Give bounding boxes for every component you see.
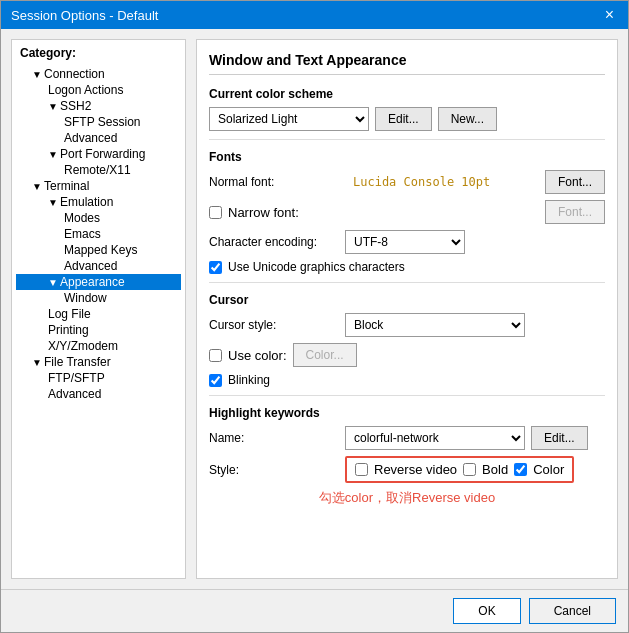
sidebar-item-appearance[interactable]: ▼Appearance (16, 274, 181, 290)
color-scheme-row: Solarized Light Edit... New... (209, 107, 605, 131)
sidebar-item-emulation[interactable]: ▼Emulation (16, 194, 181, 210)
normal-font-preview: Lucida Console 10pt (345, 173, 498, 191)
sidebar-item-logon-actions[interactable]: Logon Actions (16, 82, 181, 98)
color-scheme-label: Current color scheme (209, 87, 605, 101)
encoding-row: Character encoding: UTF-8 (209, 230, 605, 254)
category-panel: Category: ▼Connection Logon Actions ▼SSH… (11, 39, 186, 579)
cursor-style-row: Cursor style: Block (209, 313, 605, 337)
normal-font-label: Normal font: (209, 175, 339, 189)
fonts-label: Fonts (209, 150, 605, 164)
narrow-font-checkbox[interactable] (209, 206, 222, 219)
sidebar-item-port-forwarding[interactable]: ▼Port Forwarding (16, 146, 181, 162)
category-label: Category: (16, 44, 181, 62)
reverse-video-label: Reverse video (374, 462, 457, 477)
normal-font-row: Normal font: Lucida Console 10pt Font... (209, 170, 605, 194)
narrow-font-button[interactable]: Font... (545, 200, 605, 224)
sidebar-item-advanced[interactable]: Advanced (16, 130, 181, 146)
sidebar-item-emacs[interactable]: Emacs (16, 226, 181, 242)
narrow-font-row: Narrow font: Font... (209, 200, 605, 224)
color-label: Color (533, 462, 564, 477)
sidebar-item-xy-zmodem[interactable]: X/Y/Zmodem (16, 338, 181, 354)
color-scheme-edit-button[interactable]: Edit... (375, 107, 432, 131)
use-color-label: Use color: (228, 348, 287, 363)
dialog-title: Session Options - Default (11, 8, 158, 23)
highlight-name-label: Name: (209, 431, 339, 445)
color-scheme-new-button[interactable]: New... (438, 107, 497, 131)
cancel-button[interactable]: Cancel (529, 598, 616, 624)
bold-label: Bold (482, 462, 508, 477)
highlight-style-box: Reverse video Bold Color (345, 456, 574, 483)
sidebar-item-advanced2[interactable]: Advanced (16, 258, 181, 274)
sidebar-item-printing[interactable]: Printing (16, 322, 181, 338)
narrow-font-label: Narrow font: (228, 205, 299, 220)
highlight-name-row: Name: colorful-network Edit... (209, 426, 605, 450)
highlight-style-row: Style: Reverse video Bold Color (209, 456, 605, 483)
use-color-checkbox[interactable] (209, 349, 222, 362)
sidebar-item-window[interactable]: Window (16, 290, 181, 306)
highlight-name-select[interactable]: colorful-network (345, 426, 525, 450)
content-title: Window and Text Appearance (209, 52, 605, 75)
sidebar-item-terminal[interactable]: ▼Terminal (16, 178, 181, 194)
color-checkbox[interactable] (514, 463, 527, 476)
color-button[interactable]: Color... (293, 343, 357, 367)
reverse-video-checkbox[interactable] (355, 463, 368, 476)
annotation: 勾选color，取消Reverse video (209, 489, 605, 507)
dialog: Session Options - Default × Category: ▼C… (0, 0, 629, 633)
title-bar: Session Options - Default × (1, 1, 628, 29)
blinking-checkbox[interactable] (209, 374, 222, 387)
sidebar-item-sftp-session[interactable]: SFTP Session (16, 114, 181, 130)
sidebar-item-file-transfer[interactable]: ▼File Transfer (16, 354, 181, 370)
sidebar-item-mapped-keys[interactable]: Mapped Keys (16, 242, 181, 258)
sidebar-item-log-file[interactable]: Log File (16, 306, 181, 322)
sidebar-item-ftp-sftp[interactable]: FTP/SFTP (16, 370, 181, 386)
cursor-style-select[interactable]: Block (345, 313, 525, 337)
highlight-style-label: Style: (209, 463, 339, 477)
bold-checkbox[interactable] (463, 463, 476, 476)
content-panel: Window and Text Appearance Current color… (196, 39, 618, 579)
blinking-row: Blinking (209, 373, 605, 387)
dialog-body: Category: ▼Connection Logon Actions ▼SSH… (1, 29, 628, 589)
sidebar-item-connection[interactable]: ▼Connection (16, 66, 181, 82)
sidebar-item-advanced3[interactable]: Advanced (16, 386, 181, 402)
cursor-label: Cursor (209, 293, 605, 307)
blinking-label: Blinking (228, 373, 270, 387)
cursor-style-label: Cursor style: (209, 318, 339, 332)
close-button[interactable]: × (601, 7, 618, 23)
sidebar-item-remote-x11[interactable]: Remote/X11 (16, 162, 181, 178)
unicode-label: Use Unicode graphics characters (228, 260, 405, 274)
ok-button[interactable]: OK (453, 598, 520, 624)
encoding-select[interactable]: UTF-8 (345, 230, 465, 254)
unicode-checkbox[interactable] (209, 261, 222, 274)
encoding-label: Character encoding: (209, 235, 339, 249)
sidebar-item-ssh2[interactable]: ▼SSH2 (16, 98, 181, 114)
normal-font-button[interactable]: Font... (545, 170, 605, 194)
color-scheme-select[interactable]: Solarized Light (209, 107, 369, 131)
highlight-label: Highlight keywords (209, 406, 605, 420)
use-color-row: Use color: Color... (209, 343, 605, 367)
highlight-edit-button[interactable]: Edit... (531, 426, 588, 450)
dialog-footer: OK Cancel (1, 589, 628, 632)
unicode-row: Use Unicode graphics characters (209, 260, 605, 274)
sidebar-item-modes[interactable]: Modes (16, 210, 181, 226)
